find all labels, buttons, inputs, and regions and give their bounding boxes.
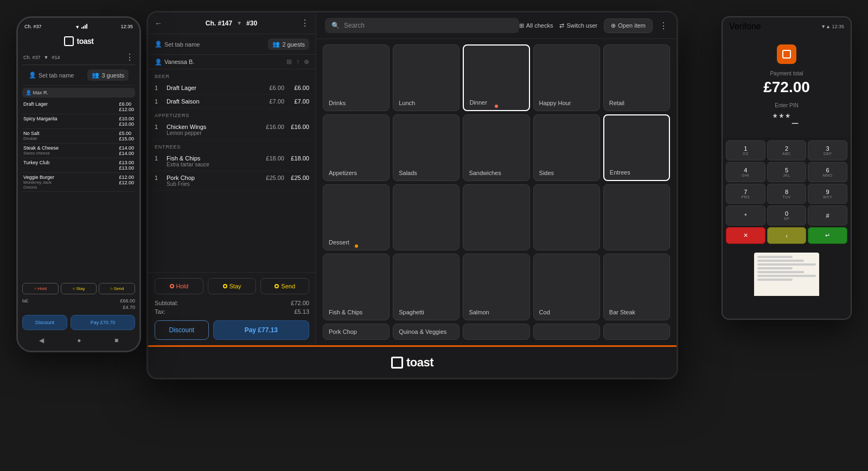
category-appetizers[interactable]: Appetizers <box>323 114 390 181</box>
phone-pay-button[interactable]: Pay £70.70 <box>71 315 135 330</box>
phone-nav-home[interactable]: ● <box>77 337 81 344</box>
category-empty-5[interactable] <box>463 324 529 340</box>
key-sub: SP <box>784 217 789 221</box>
item-mod2: Onions <box>23 185 54 190</box>
category-drinks[interactable]: Drinks <box>323 44 390 111</box>
receipt-line <box>757 279 793 281</box>
tablet-set-tab-name-button[interactable]: 👤 Set tab name <box>155 41 200 48</box>
category-sides[interactable]: Sides <box>533 114 600 181</box>
switch-icon: ⇄ <box>559 22 564 29</box>
category-spaghetti[interactable]: Spaghetti <box>393 254 459 320</box>
server-icon: 👤 <box>25 90 31 95</box>
verifone-key-enter[interactable]: ↵ <box>808 227 847 244</box>
tablet-tax-value: £5.13 <box>294 308 309 315</box>
verifone-key-1[interactable]: 1 OZ <box>726 140 765 160</box>
phone-nav-back[interactable]: ◀ <box>39 337 44 344</box>
tablet-hold-button[interactable]: Hold <box>155 278 203 294</box>
tablet-more-button[interactable]: ⋮ <box>301 18 309 28</box>
phone-table-number: #14 <box>52 55 60 60</box>
category-bar-steak[interactable]: Bar Steak <box>603 254 670 320</box>
tablet-all-checks-button[interactable]: ⊞ All checks <box>519 22 553 29</box>
category-empty-2[interactable] <box>463 184 529 251</box>
verifone-key-hash[interactable]: # <box>808 205 847 225</box>
tablet-search-bar[interactable]: 🔍 Search <box>325 18 519 33</box>
category-label: Appetizers <box>329 170 357 176</box>
category-empty-4[interactable] <box>603 184 670 251</box>
category-pork-chop[interactable]: Pork Chop <box>323 324 390 340</box>
item-name: Pork Chop <box>167 175 254 181</box>
category-label: Pork Chop <box>329 328 357 335</box>
verifone-key-backspace[interactable]: ‹ <box>767 227 807 244</box>
category-cod[interactable]: Cod <box>533 254 600 320</box>
verifone-key-3[interactable]: 3 DEF <box>808 140 847 160</box>
verifone-key-4[interactable]: 4 GHI <box>726 162 765 182</box>
category-fish-chips[interactable]: Fish & Chips <box>323 254 390 320</box>
tablet-tab-actions: 👤 Set tab name 👥 2 guests <box>148 34 316 55</box>
receipt-line <box>757 271 804 273</box>
category-salads[interactable]: Salads <box>393 114 459 181</box>
tablet-back-button[interactable]: ← <box>155 19 162 28</box>
phone-more-button[interactable]: ⋮ <box>125 52 134 62</box>
category-empty-7[interactable] <box>603 324 670 340</box>
item-price: £10.00 <box>119 116 134 121</box>
tablet-pay-button[interactable]: Pay £77.13 <box>213 320 309 340</box>
verifone-key-5[interactable]: 5 JKL <box>767 162 807 182</box>
tablet-subtotal-row: Subtotal: £72.00 <box>155 299 309 307</box>
verifone-key-7[interactable]: 7 PRS <box>726 184 765 204</box>
verifone-key-0[interactable]: 0 SP <box>767 205 807 225</box>
category-dinner[interactable]: Dinner <box>463 44 529 111</box>
tablet-bottom-buttons: Discount Pay £77.13 <box>155 320 309 340</box>
key-main: 0 <box>785 210 788 217</box>
verifone-key-9[interactable]: 9 WXY <box>808 184 847 204</box>
tablet-icon-3: ⊕ <box>304 58 309 66</box>
list-item[interactable]: 1 Draft Lager £6.00 £6.00 <box>148 81 316 95</box>
list-item[interactable]: 1 Fish & Chips Extra tartar sauce £18.00… <box>148 152 316 171</box>
phone-tab-actions: 👤 Set tab name 👥 3 guests <box>22 65 135 86</box>
verifone-key-star[interactable]: * <box>726 205 765 225</box>
tablet-send-button[interactable]: Send <box>260 278 309 294</box>
phone-send-button[interactable]: ○ Send <box>99 283 135 294</box>
item-price: £5.00 <box>119 131 134 136</box>
item-name: Veggie Burger <box>23 175 54 180</box>
key-main: 4 <box>744 167 747 173</box>
tablet-discount-button[interactable]: Discount <box>155 320 209 340</box>
tablet-stay-button[interactable]: Stay <box>208 278 257 294</box>
category-sandwiches[interactable]: Sandwiches <box>463 114 529 181</box>
phone-discount-button[interactable]: Discount <box>22 315 67 330</box>
category-dessert[interactable]: Dessert <box>323 184 390 251</box>
phone-order-section: Draft Lager £6.00 £12.00 Spicy Margarita… <box>22 100 135 280</box>
category-happy-hour[interactable]: Happy Hour <box>533 44 600 111</box>
list-item[interactable]: 1 Pork Chop Sub Fries £25.00 £25.00 <box>148 171 316 191</box>
category-empty-6[interactable] <box>533 324 600 340</box>
phone-nav-recent[interactable]: ■ <box>114 337 118 344</box>
verifone-key-8[interactable]: 8 TUV <box>767 184 807 204</box>
item-total-price: £7.00 <box>284 98 309 105</box>
tablet-guests-button[interactable]: 👥 2 guests <box>268 38 309 50</box>
list-item[interactable]: 1 Chicken Wings Lemon pepper £16.00 £16.… <box>148 120 316 140</box>
verifone-key-cancel[interactable]: ✕ <box>726 227 765 244</box>
verifone-key-6[interactable]: 6 MNO <box>808 162 847 182</box>
tablet-right-header: 🔍 Search ⊞ All checks ⇄ Switch user ⊕ Op… <box>316 12 676 39</box>
category-salmon[interactable]: Salmon <box>463 254 529 320</box>
category-empty-1[interactable] <box>393 184 459 251</box>
list-item[interactable]: 1 Draft Saison £7.00 £7.00 <box>148 95 316 108</box>
verifone-key-2[interactable]: 2 ABC <box>767 140 807 160</box>
phone-stay-button[interactable]: ○ Stay <box>61 283 97 294</box>
category-retail[interactable]: Retail <box>603 44 670 111</box>
phone-guests-button[interactable]: 👥 3 guests <box>87 69 129 81</box>
tablet-open-item-button[interactable]: ⊕ Open item <box>604 18 653 33</box>
stay-dot-icon <box>223 284 227 288</box>
phone-set-tab-name-button[interactable]: 👤 Set tab name <box>29 72 74 79</box>
category-entrees[interactable]: Entrees <box>603 114 670 181</box>
item-name: Draft Lager <box>23 101 48 107</box>
item-total: £15.00 <box>119 136 134 141</box>
tablet-right-more-button[interactable]: ⋮ <box>659 21 668 31</box>
category-empty-3[interactable] <box>533 184 600 251</box>
category-lunch[interactable]: Lunch <box>393 44 459 111</box>
cancel-icon: ✕ <box>743 232 748 239</box>
phone-hold-button[interactable]: ○ Hold <box>22 283 59 294</box>
tablet-right-actions: ⊞ All checks ⇄ Switch user ⊕ Open item ⋮ <box>519 18 668 33</box>
category-quinoa-veggies[interactable]: Quinoa & Veggies <box>393 324 459 340</box>
key-sub: GHI <box>742 173 749 177</box>
tablet-switch-user-button[interactable]: ⇄ Switch user <box>559 22 597 29</box>
